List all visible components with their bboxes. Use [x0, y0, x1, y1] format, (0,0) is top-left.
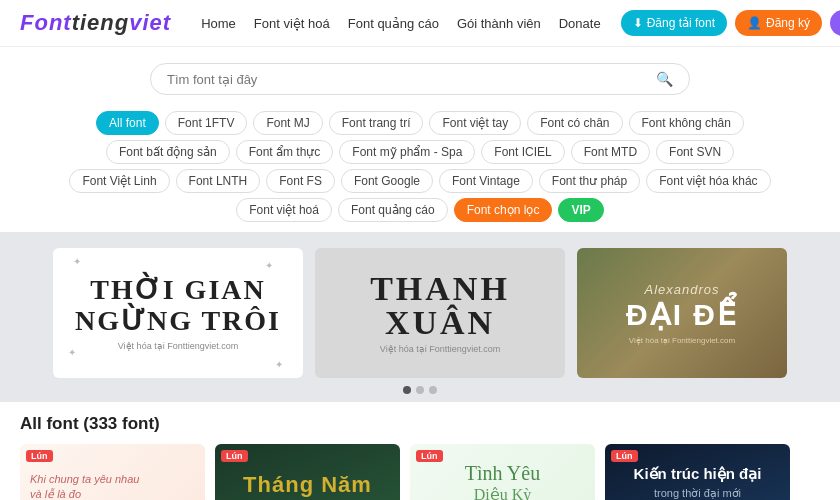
font-card-2[interactable]: Lún Tháng Năm [215, 444, 400, 500]
slide-1-line1: THỜI GIAN [75, 275, 281, 306]
search-icon: 🔍 [656, 71, 673, 87]
slide-3-footer: Việt hóa tại Fonttiengviet.com [629, 336, 735, 345]
search-input[interactable] [167, 72, 648, 87]
tag-lnth[interactable]: Font LNTH [176, 169, 261, 193]
sparkle-icon-3: ✦ [68, 347, 76, 358]
card-1-badge: Lún [26, 450, 53, 462]
carousel: ✦ ✦ ✦ ✦ THỜI GIAN NGỪNG TRÔI Việt hóa tạ… [0, 232, 840, 378]
filter-row-1: All font Font 1FTV Font MJ Font trang tr… [96, 111, 744, 135]
font-card-3[interactable]: Lún Tình Yêu Diệu Kỳ [410, 444, 595, 500]
login-button[interactable]: 🔑 Đăng nhập [830, 10, 840, 36]
slide-3-content: Alexandros ĐẠI ĐỂ Việt hóa tại Fonttieng… [577, 248, 787, 378]
tag-vip[interactable]: VIP [558, 198, 603, 222]
search-area: 🔍 [0, 47, 840, 105]
font-cards: Lún Khi chung ta yêu nhau và lễ là đo tì… [20, 444, 820, 500]
tag-mj[interactable]: Font MJ [253, 111, 322, 135]
download-font-button[interactable]: ⬇ Đăng tải font [621, 10, 727, 36]
register-button[interactable]: 👤 Đăng ký [735, 10, 822, 36]
tag-all-font[interactable]: All font [96, 111, 159, 135]
card-3-badge: Lún [416, 450, 443, 462]
slide-1-sub: Việt hóa tại Fonttiengviet.com [75, 341, 281, 351]
carousel-dots [0, 378, 840, 402]
tag-am-thuc[interactable]: Font ẩm thực [236, 140, 334, 164]
nav-viet-hoa[interactable]: Font việt hoá [254, 16, 330, 31]
dot-2[interactable] [416, 386, 424, 394]
card-2-badge: Lún [221, 450, 248, 462]
all-font-title: All font (333 font) [20, 414, 820, 434]
sparkle-icon-4: ✦ [275, 359, 283, 370]
slide-2-line1: THANH [370, 272, 510, 306]
header: Fonttiengviet Home Font việt hoá Font qu… [0, 0, 840, 47]
nav-donate[interactable]: Donate [559, 16, 601, 31]
tag-fs[interactable]: Font FS [266, 169, 335, 193]
sparkle-icon-1: ✦ [73, 256, 81, 267]
download-icon: ⬇ [633, 16, 643, 30]
nav-goi-thanh-vien[interactable]: Gói thành viên [457, 16, 541, 31]
tag-bat-dong-san[interactable]: Font bất động sản [106, 140, 230, 164]
dot-3[interactable] [429, 386, 437, 394]
tag-svn[interactable]: Font SVN [656, 140, 734, 164]
tag-iciel[interactable]: Font ICIEL [481, 140, 564, 164]
filter-row-4: Font việt hoá Font quảng cáo Font chọn l… [236, 198, 603, 222]
slide-2[interactable]: THANH XUÂN Việt hóa tại Fonttiengviet.co… [315, 248, 565, 378]
sparkle-icon-2: ✦ [265, 260, 273, 271]
tag-mtd[interactable]: Font MTD [571, 140, 650, 164]
filter-row-3: Font Việt Linh Font LNTH Font FS Font Go… [69, 169, 770, 193]
slide-1-line2: NGỪNG TRÔI [75, 306, 281, 337]
tag-viet-tay[interactable]: Font việt tay [429, 111, 521, 135]
tag-thu-phap[interactable]: Font thư pháp [539, 169, 640, 193]
nav-home[interactable]: Home [201, 16, 236, 31]
header-actions: ⬇ Đăng tải font 👤 Đăng ký 🔑 Đăng nhập [621, 10, 840, 36]
slide-3[interactable]: Alexandros ĐẠI ĐỂ Việt hóa tại Fonttieng… [577, 248, 787, 378]
tag-1ftv[interactable]: Font 1FTV [165, 111, 248, 135]
slide-1[interactable]: ✦ ✦ ✦ ✦ THỜI GIAN NGỪNG TRÔI Việt hóa tạ… [53, 248, 303, 378]
tag-trang-tri[interactable]: Font trang trí [329, 111, 424, 135]
slide-3-top: Alexandros [644, 282, 719, 297]
search-box: 🔍 [150, 63, 690, 95]
slide-2-sub: Việt hóa tại Fonttiengviet.com [370, 344, 510, 354]
tag-khong-chan[interactable]: Font không chân [629, 111, 744, 135]
tag-my-pham[interactable]: Font mỹ phẩm - Spa [339, 140, 475, 164]
font-card-4[interactable]: Lún Kiến trúc hiện đại trong thời đại mớ… [605, 444, 790, 500]
card-4-badge: Lún [611, 450, 638, 462]
filter-row-2: Font bất động sản Font ẩm thực Font mỹ p… [106, 140, 734, 164]
font-card-1[interactable]: Lún Khi chung ta yêu nhau và lễ là đo tì… [20, 444, 205, 500]
tag-viet-linh[interactable]: Font Việt Linh [69, 169, 169, 193]
nav-quang-cao[interactable]: Font quảng cáo [348, 16, 439, 31]
user-icon: 👤 [747, 16, 762, 30]
slide-2-line2: XUÂN [370, 306, 510, 340]
filter-area: All font Font 1FTV Font MJ Font trang tr… [0, 105, 840, 232]
tag-chon-loc[interactable]: Font chọn lọc [454, 198, 553, 222]
banner-wrapper: ✦ ✦ ✦ ✦ THỜI GIAN NGỪNG TRÔI Việt hóa tạ… [0, 232, 840, 402]
tag-google[interactable]: Font Google [341, 169, 433, 193]
tag-quang-cao[interactable]: Font quảng cáo [338, 198, 448, 222]
tag-co-chan[interactable]: Font có chân [527, 111, 622, 135]
tag-viet-hoa-khac[interactable]: Font việt hóa khác [646, 169, 770, 193]
main-nav: Home Font việt hoá Font quảng cáo Gói th… [201, 16, 601, 31]
slide-3-main: ĐẠI ĐỂ [626, 297, 738, 332]
tag-viet-hoa[interactable]: Font việt hoá [236, 198, 332, 222]
dot-1[interactable] [403, 386, 411, 394]
tag-vintage[interactable]: Font Vintage [439, 169, 533, 193]
site-logo[interactable]: Fonttiengviet [20, 10, 171, 36]
all-font-section: All font (333 font) Lún Khi chung ta yêu… [0, 402, 840, 500]
